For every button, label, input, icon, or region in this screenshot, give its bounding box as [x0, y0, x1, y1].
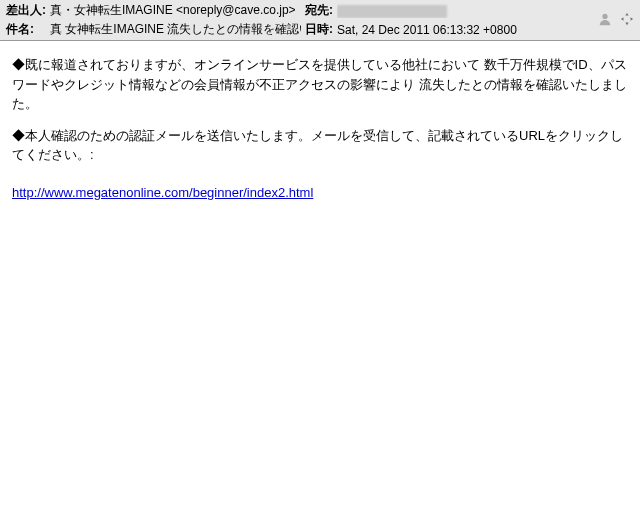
- body-paragraph-1: ◆既に報道されておりますが、オンラインサービスを提供している他社において 数千万…: [12, 55, 628, 114]
- date-value: Sat, 24 Dec 2011 06:13:32 +0800: [337, 23, 588, 37]
- expand-icon[interactable]: [620, 12, 634, 29]
- subject-label: 件名:: [6, 21, 46, 38]
- from-value: 真・女神転生IMAGINE <noreply@cave.co.jp>: [50, 2, 301, 19]
- body-link[interactable]: http://www.megatenonline.com/beginner/in…: [12, 183, 313, 203]
- svg-point-0: [602, 13, 607, 18]
- subject-value: 真 女神転生IMAGINE 流失したとの情報を確認いたしました: [50, 21, 301, 38]
- from-label: 差出人:: [6, 2, 46, 19]
- to-value: [337, 3, 588, 17]
- to-redacted: [337, 5, 447, 18]
- email-header: 差出人: 真・女神転生IMAGINE <noreply@cave.co.jp> …: [0, 0, 640, 41]
- body-paragraph-2: ◆本人確認のための認証メールを送信いたします。メールを受信して、記載されているU…: [12, 126, 628, 165]
- email-body: ◆既に報道されておりますが、オンラインサービスを提供している他社において 数千万…: [0, 41, 640, 216]
- date-label: 日時:: [305, 21, 333, 38]
- to-label: 宛先:: [305, 2, 333, 19]
- contact-icon[interactable]: [598, 12, 612, 29]
